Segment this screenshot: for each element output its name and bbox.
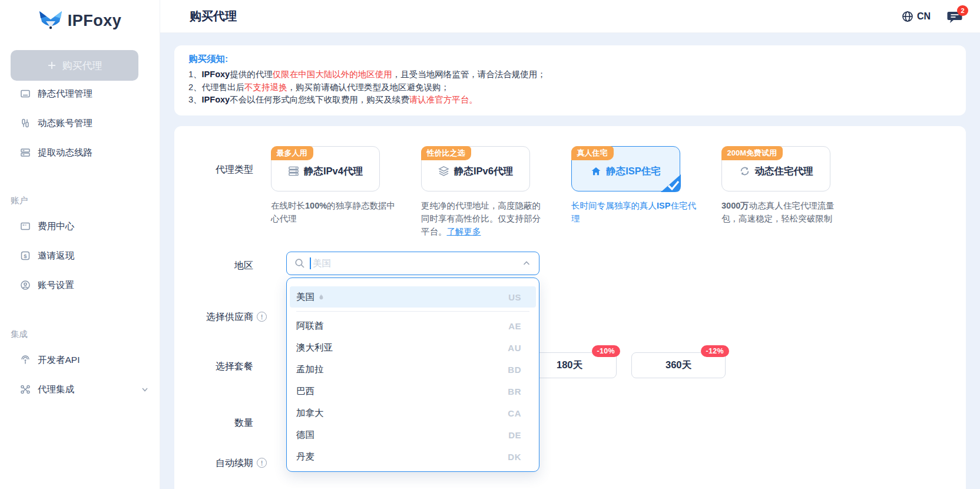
card-badge: 200M免费试用 [721, 146, 783, 160]
card-desc: 更纯净的代理地址，高度隐蔽的同时享有高性价比。仅支持部分平台。了解更多 [421, 199, 546, 238]
card-static-ipv4[interactable]: 最多人用 静态IPv4代理 [271, 146, 380, 191]
card-static-ipv6[interactable]: 性价比之选 静态IPv6代理 [421, 146, 530, 191]
dropdown-item-bd[interactable]: 孟加拉BD [287, 359, 539, 381]
sidebar-item-proxy-integration[interactable]: 代理集成 [0, 375, 160, 404]
package-label: 360天 [666, 359, 691, 372]
purchase-form-panel: 代理类型 地区 选择供应商 选择套餐 数量 自动续期 最多人用 静态IPv4代理… [174, 126, 966, 489]
sidebar-item-label: 动态账号管理 [38, 117, 92, 130]
server-stack-icon [288, 166, 299, 177]
language-switcher[interactable]: CN [902, 11, 931, 22]
card-dynamic-residential[interactable]: 200M免费试用 动态住宅代理 [721, 146, 830, 191]
card-desc: 在线时长100%的独享静态数据中心代理 [271, 199, 396, 225]
dropdown-item-ca[interactable]: 加拿大CA [287, 402, 539, 424]
notice-title: 购买须知: [188, 53, 952, 65]
language-code: CN [917, 11, 931, 22]
buy-proxy-label: 购买代理 [62, 59, 102, 72]
selected-check-icon [661, 174, 681, 192]
flame-icon [317, 293, 325, 301]
dropdown-item-us[interactable]: 美国 US [290, 286, 536, 308]
region-dropdown: 美国 US 阿联酋AE 澳大利亚AU 孟加拉BD 巴西BR 加拿大CA 德国DE… [286, 277, 539, 472]
text-cursor [310, 257, 311, 269]
sidebar-item-label: 开发者API [38, 354, 80, 366]
sidebar-item-label: 邀请返现 [38, 250, 74, 262]
api-signal-icon [20, 355, 31, 365]
label-quantity: 数量 [174, 417, 253, 429]
card-title: 静态ISP住宅 [606, 165, 661, 178]
server-icon [20, 147, 31, 158]
ipfoxy-fox-icon [38, 9, 63, 32]
supplier-info-icon[interactable] [257, 312, 267, 322]
chat-unread-badge: 2 [957, 5, 968, 16]
sidebar-item-static-proxy[interactable]: 静态代理管理 [0, 79, 160, 108]
content: 购买须知: 1、IPFoxy提供的代理仅限在中国大陆以外的地区使用，且受当地网络… [160, 33, 980, 489]
home-icon [591, 166, 601, 177]
auto-renew-info-icon[interactable] [257, 458, 267, 468]
dropdown-divider [296, 311, 529, 312]
sidebar-item-label: 账号设置 [38, 279, 74, 292]
logo-text: IPFoxy [68, 12, 122, 30]
cycle-arrows-icon [739, 166, 750, 177]
sidebar-item-label: 费用中心 [38, 220, 74, 233]
label-region: 地区 [174, 260, 253, 272]
card-title: 静态IPv6代理 [454, 165, 513, 178]
nodes-icon [20, 384, 31, 395]
learn-more-link[interactable]: 了解更多 [447, 227, 481, 236]
sliders-icon [20, 118, 31, 128]
region-search-field[interactable] [313, 258, 522, 269]
notice-line: 1、IPFoxy提供的代理仅限在中国大陆以外的地区使用，且受当地网络监管，请合法… [188, 68, 952, 81]
card-desc: 长时间专属独享的真人ISP住宅代理 [571, 199, 696, 225]
card-static-isp[interactable]: 真人住宅 静态ISP住宅 [571, 146, 680, 191]
dropdown-item-au[interactable]: 澳大利亚AU [287, 337, 539, 359]
section-label-account: 账户 [0, 195, 160, 206]
discount-badge: -10% [592, 345, 620, 357]
discount-badge: -12% [701, 345, 729, 357]
label-supplier: 选择供应商 [174, 311, 253, 323]
sidebar-item-label: 代理集成 [38, 384, 134, 396]
sidebar-item-extract-lines[interactable]: 提取动态线路 [0, 138, 160, 167]
chat-button[interactable]: 2 [947, 11, 962, 25]
dropdown-item-de[interactable]: 德国DE [287, 424, 539, 446]
dropdown-item-dk[interactable]: 丹麦DK [287, 446, 539, 468]
sidebar-item-account-settings[interactable]: 账号设置 [0, 270, 160, 300]
chevron-up-icon[interactable] [522, 259, 531, 268]
card-badge: 真人住宅 [571, 146, 614, 160]
sidebar-item-invite-cashback[interactable]: $ 邀请返现 [0, 241, 160, 270]
buy-proxy-button[interactable]: 购买代理 [11, 50, 138, 81]
package-360-days[interactable]: 360天 -12% [631, 352, 726, 378]
sidebar: IPFoxy 购买代理 代理 静态代理管理 动态账号管理 [0, 0, 160, 489]
label-auto-renew: 自动续期 [174, 457, 253, 470]
layers-icon [438, 166, 449, 177]
section-label-integration: 集成 [0, 329, 160, 340]
search-icon [294, 258, 305, 269]
header: 购买代理 CN 2 [160, 0, 980, 33]
package-label: 180天 [557, 359, 582, 372]
chevron-down-icon [141, 385, 149, 394]
region-select-input[interactable] [286, 252, 539, 275]
globe-icon [902, 11, 913, 22]
notice-line: 2、代理售出后不支持退换，购买前请确认代理类型及地区避免误购； [188, 81, 952, 94]
sidebar-item-developer-api[interactable]: 开发者API [0, 345, 160, 375]
dollar-square-icon: $ [20, 250, 31, 261]
sidebar-item-dynamic-account[interactable]: 动态账号管理 [0, 108, 160, 138]
notice-line: 3、IPFoxy不会以任何形式向您线下收取费用，购买及续费请认准官方平台。 [188, 94, 952, 107]
sidebar-item-label: 提取动态线路 [38, 147, 92, 159]
card-badge: 性价比之选 [421, 146, 471, 160]
monitor-icon [20, 88, 31, 99]
credit-card-icon [20, 221, 31, 232]
purchase-notice: 购买须知: 1、IPFoxy提供的代理仅限在中国大陆以外的地区使用，且受当地网络… [174, 45, 966, 115]
user-circle-icon [20, 280, 31, 290]
label-proxy-type: 代理类型 [174, 164, 253, 176]
sidebar-item-label: 静态代理管理 [38, 88, 92, 100]
card-title: 动态住宅代理 [755, 165, 813, 178]
svg-text:$: $ [24, 253, 27, 259]
card-title: 静态IPv4代理 [304, 165, 363, 178]
card-badge: 最多人用 [271, 146, 313, 160]
plus-icon [47, 61, 57, 70]
label-package: 选择套餐 [174, 361, 253, 373]
dropdown-item-br[interactable]: 巴西BR [287, 381, 539, 402]
logo: IPFoxy [0, 0, 160, 34]
page-title: 购买代理 [190, 8, 237, 24]
dropdown-item-ae[interactable]: 阿联酋AE [287, 315, 539, 337]
card-desc: 3000万动态真人住宅代理流量包，高速稳定，轻松突破限制 [721, 199, 846, 225]
sidebar-item-billing-center[interactable]: 费用中心 [0, 212, 160, 241]
